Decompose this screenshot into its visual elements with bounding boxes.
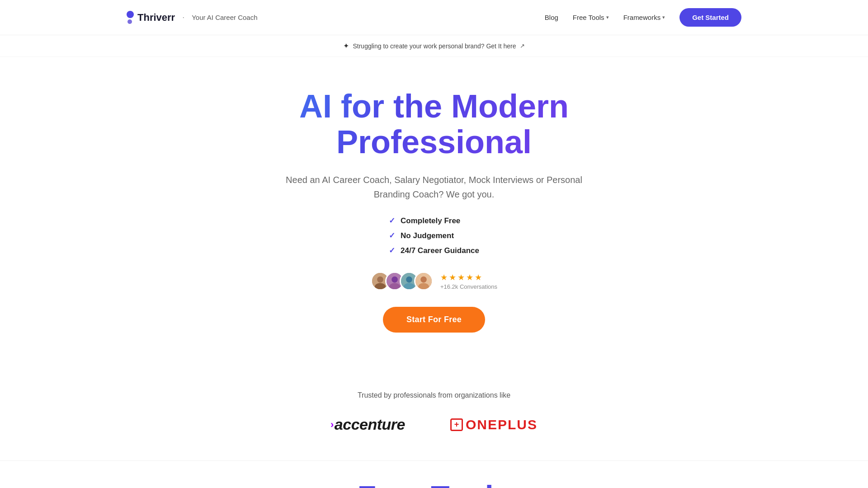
star-icon: ★ <box>449 272 456 282</box>
brand-name: Thriverr <box>137 12 175 23</box>
avatar-group <box>371 272 433 291</box>
oneplus-logo-group: + ONEPLUS <box>450 417 538 432</box>
svg-point-2 <box>375 283 386 291</box>
start-for-free-button[interactable]: Start For Free <box>383 307 485 333</box>
trusted-section: Trusted by professionals from organizati… <box>0 391 868 460</box>
star-icon: ★ <box>475 272 482 282</box>
trusted-text: Trusted by professionals from organizati… <box>358 391 510 399</box>
avatar-face <box>415 273 432 289</box>
svg-point-10 <box>420 277 427 283</box>
free-tools-section: Free Tools <box>0 460 868 488</box>
star-icon: ★ <box>466 272 473 282</box>
get-started-button[interactable]: Get Started <box>679 8 741 27</box>
check-icon: ✓ <box>389 231 395 240</box>
hero-title: AI for the Modern Professional <box>231 89 637 160</box>
conversations-count: +16.2k Conversations <box>440 283 497 290</box>
banner-icon: ✦ <box>343 42 349 50</box>
navbar: Thriverr · Your AI Career Coach Blog Fre… <box>0 0 868 35</box>
banner-text: Struggling to create your work personal … <box>353 42 516 50</box>
accenture-logo-text: › accenture <box>330 416 405 433</box>
accenture-arrow-icon: › <box>330 419 334 431</box>
external-link-icon[interactable]: ↗ <box>520 42 525 49</box>
logo-icon <box>127 11 134 24</box>
nav-free-tools[interactable]: Free Tools ▾ <box>573 14 609 21</box>
brand-tagline: Your AI Career Coach <box>192 14 257 21</box>
star-icon: ★ <box>458 272 465 282</box>
star-icon: ★ <box>440 272 448 282</box>
free-tools-title: Free Tools <box>358 479 511 488</box>
oneplus-name: ONEPLUS <box>466 417 538 432</box>
logo-dot-small <box>127 19 132 24</box>
svg-point-1 <box>377 277 383 283</box>
ratings: ★ ★ ★ ★ ★ +16.2k Conversations <box>440 272 497 290</box>
navbar-left: Thriverr · Your AI Career Coach <box>127 11 258 24</box>
avatar-svg <box>415 272 432 291</box>
company-logos: › accenture + ONEPLUS <box>330 416 538 433</box>
svg-point-7 <box>406 277 412 283</box>
hero-section: AI for the Modern Professional Need an A… <box>0 57 868 391</box>
navbar-right: Blog Free Tools ▾ Frameworks ▾ Get Start… <box>545 8 741 27</box>
nav-frameworks[interactable]: Frameworks ▾ <box>623 14 665 21</box>
feature-label: 24/7 Career Guidance <box>401 246 479 255</box>
oneplus-plus-icon: + <box>450 418 463 431</box>
check-icon: ✓ <box>389 246 395 255</box>
check-icon: ✓ <box>389 216 395 225</box>
accenture-name: accenture <box>335 416 405 433</box>
announcement-banner: ✦ Struggling to create your work persona… <box>0 35 868 57</box>
feature-item: ✓ Completely Free <box>389 216 460 225</box>
feature-list: ✓ Completely Free ✓ No Judgement ✓ 24/7 … <box>389 216 479 255</box>
chevron-down-icon: ▾ <box>662 14 665 20</box>
svg-point-5 <box>389 283 400 291</box>
logo-dot-big <box>127 11 134 18</box>
chevron-down-icon: ▾ <box>606 14 609 20</box>
svg-point-11 <box>418 283 429 291</box>
svg-point-8 <box>404 283 415 291</box>
feature-item: ✓ 24/7 Career Guidance <box>389 246 479 255</box>
star-rating: ★ ★ ★ ★ ★ <box>440 272 482 282</box>
accenture-logo: › accenture <box>330 416 405 433</box>
feature-label: Completely Free <box>401 216 460 225</box>
feature-item: ✓ No Judgement <box>389 231 454 240</box>
feature-label: No Judgement <box>401 231 454 240</box>
social-proof: ★ ★ ★ ★ ★ +16.2k Conversations <box>371 272 497 291</box>
avatar <box>414 272 433 291</box>
logo-separator: · <box>182 13 184 22</box>
nav-blog[interactable]: Blog <box>545 14 558 21</box>
oneplus-logo: + ONEPLUS <box>450 417 538 432</box>
hero-subtitle: Need an AI Career Coach, Salary Negotiat… <box>280 173 588 202</box>
svg-point-4 <box>392 277 398 283</box>
logo-link[interactable]: Thriverr <box>127 11 175 24</box>
